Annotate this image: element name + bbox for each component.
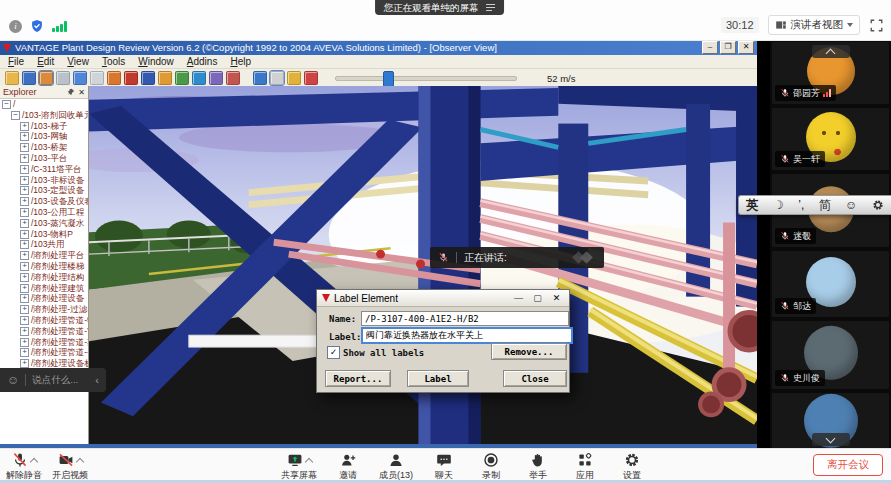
show-all-labels-checkbox[interactable]: ✓ [327,346,340,359]
menu-file[interactable]: File [8,56,24,67]
menu-window[interactable]: Window [138,56,174,67]
close-explorer-icon[interactable]: ✕ [78,88,85,97]
print-icon[interactable] [39,71,53,85]
unmute-button[interactable]: 解除静音 [6,452,42,482]
expand-node-icon[interactable]: + [20,284,29,293]
dialog-close-icon[interactable]: ✕ [549,293,564,303]
expand-node-icon[interactable]: + [20,208,29,217]
chevron-up-icon[interactable] [304,457,312,465]
collapse-node-icon[interactable]: − [11,111,20,120]
tree-item[interactable]: +/溶剂处理-过滤器 [0,304,88,315]
watching-notification[interactable]: 您正在观看单纯的屏幕 [375,0,504,15]
pin-icon[interactable] [67,88,75,96]
tree-item[interactable]: −/ [0,99,88,110]
expand-node-icon[interactable]: + [20,327,29,336]
lightning-icon[interactable] [287,71,301,85]
expand-node-icon[interactable]: + [20,197,29,206]
search-icon[interactable] [56,71,70,85]
tag-icon[interactable] [124,71,138,85]
tree-item[interactable]: +/103-公用工程 [0,207,88,218]
tree-item[interactable]: +/溶剂处理建筑 [0,283,88,294]
walk-mode-icon[interactable] [158,71,172,85]
fullscreen-button[interactable] [869,18,884,33]
tree-item[interactable]: +/103-蒸汽凝水 [0,218,88,229]
tree-item[interactable]: +/103-桥架 [0,142,88,153]
animate-icon[interactable] [253,71,267,85]
start-video-button[interactable]: 开启视频 [52,452,88,482]
record-button[interactable]: 录制 [475,452,507,482]
tree-item[interactable]: +/103-定型设备 [0,185,88,196]
chart-icon[interactable] [175,71,189,85]
ime-emoji-icon[interactable]: ☺ [845,199,857,211]
ime-mode-english[interactable]: 英 [746,199,759,212]
tree-item[interactable]: +/103-网轴 [0,131,88,142]
expand-node-icon[interactable]: + [20,240,29,249]
speed-slider[interactable] [335,76,517,81]
gauge-icon[interactable] [304,71,318,85]
materials-icon[interactable] [107,71,121,85]
compass-icon[interactable] [270,71,284,85]
expand-node-icon[interactable]: + [20,338,29,347]
chevron-up-icon[interactable] [29,457,37,465]
collapse-chat-icon[interactable]: ‹ [95,374,99,386]
ime-punctuation[interactable]: ’, [798,199,804,211]
view-mode-button[interactable]: 演讲者视图 [768,15,861,35]
expand-node-icon[interactable]: + [20,186,29,195]
dialog-titlebar[interactable]: Label Element — ▢ ✕ [317,290,569,307]
tree-item[interactable]: +/溶剂处理设备 [0,293,88,304]
expand-node-icon[interactable]: + [20,251,29,260]
participant-tile[interactable]: 史川俊 [772,321,889,389]
expand-node-icon[interactable]: + [20,359,29,368]
tree-item[interactable]: +/溶剂处理管道-公 [0,347,88,358]
tree-item[interactable]: +/溶剂处理管道-VT [0,326,88,337]
tree-item[interactable]: +/103-物料P [0,229,88,240]
tree-item[interactable]: +/C-311塔平台 [0,164,88,175]
expand-node-icon[interactable]: + [20,132,29,141]
tree-item[interactable]: +/103-平台 [0,153,88,164]
collapse-tiles-button[interactable] [812,433,850,446]
app-restore-button[interactable]: ❐ [720,41,736,54]
dialog-minimize-button[interactable]: — [511,293,526,303]
label-button[interactable]: Label [407,370,469,387]
expand-node-icon[interactable]: + [20,230,29,239]
collapse-tiles-button[interactable] [812,45,850,58]
select-icon[interactable] [73,71,87,85]
menu-tools[interactable]: Tools [102,56,125,67]
expand-node-icon[interactable]: + [20,305,29,314]
participant-tile[interactable]: 邵园芳 [772,42,889,104]
name-field[interactable] [361,311,569,326]
chat-placeholder[interactable]: 说点什么... [32,374,78,387]
menu-view[interactable]: View [67,56,89,67]
chat-input-bar[interactable]: ☺ 说点什么... ‹ [0,368,106,392]
menu-help[interactable]: Help [230,56,251,67]
expand-node-icon[interactable]: + [20,273,29,282]
menu-edit[interactable]: Edit [37,56,54,67]
app-minimize-button[interactable]: – [702,41,718,54]
save-icon[interactable] [22,71,36,85]
expand-node-icon[interactable]: + [20,348,29,357]
expand-node-icon[interactable]: + [20,262,29,271]
tree-item[interactable]: +/溶剂处理管道-蒸 [0,337,88,348]
meeting-info-icon[interactable]: i [9,20,22,33]
dialog-maximize-button[interactable]: ▢ [530,293,545,303]
tree-item[interactable]: +/103-非标设备 [0,175,88,186]
expand-node-icon[interactable]: + [20,154,29,163]
expand-node-icon[interactable]: + [20,219,29,228]
emoji-icon[interactable]: ☺ [7,374,19,386]
collapse-node-icon[interactable]: − [2,100,11,109]
tree-item[interactable]: +/103-设备及仪表 [0,196,88,207]
chevron-up-icon[interactable] [75,457,83,465]
tree-item[interactable]: +/103共用 [0,239,88,250]
expand-node-icon[interactable]: + [20,165,29,174]
ime-toolbar[interactable]: 英☽’,简☺ [738,195,891,215]
participant-tile[interactable]: 邹达 [772,251,889,317]
box-select-icon[interactable] [90,71,104,85]
invite-button[interactable]: 邀请 [332,452,364,482]
ime-simplified-chinese[interactable]: 简 [819,199,831,211]
fly-mode-icon[interactable] [141,71,155,85]
menu-addins[interactable]: Addins [187,56,218,67]
expand-node-icon[interactable]: + [20,176,29,185]
ime-moon-icon[interactable]: ☽ [773,199,784,211]
participant-tile[interactable]: 吴一轩 [772,108,889,170]
expand-node-icon[interactable]: + [20,294,29,303]
